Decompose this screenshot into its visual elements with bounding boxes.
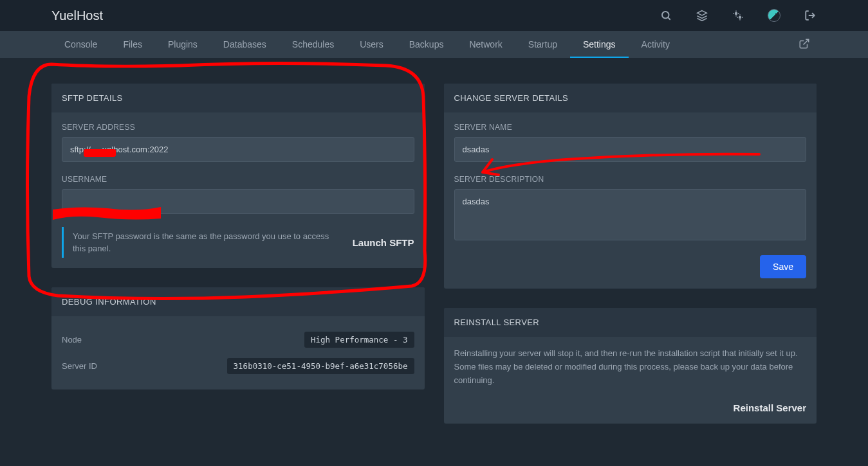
nav-startup[interactable]: Startup xyxy=(515,31,570,58)
sftp-details-card: SFTP DETAILS SERVER ADDRESS USERNAME You… xyxy=(51,84,425,268)
launch-sftp-button[interactable]: Launch SFTP xyxy=(353,237,414,248)
server-desc-label: SERVER DESCRIPTION xyxy=(454,175,807,184)
server-address-input[interactable] xyxy=(62,137,414,162)
nav-files[interactable]: Files xyxy=(110,31,155,58)
username-input[interactable] xyxy=(62,189,414,214)
server-id-value[interactable]: 316b0310-ce51-4950-b9ef-a6e31c7056be xyxy=(227,358,414,374)
node-label: Node xyxy=(62,335,82,345)
top-bar: YuelHost xyxy=(0,0,868,31)
reinstall-card: REINSTALL SERVER Reinstalling your serve… xyxy=(444,308,817,424)
reinstall-button[interactable]: Reinstall Server xyxy=(734,402,806,413)
server-desc-textarea[interactable] xyxy=(454,189,807,240)
reinstall-description: Reinstalling your server will stop it, a… xyxy=(454,347,807,387)
card-header: SFTP DETAILS xyxy=(51,84,425,112)
nav-settings[interactable]: Settings xyxy=(570,31,629,58)
nav-plugins[interactable]: Plugins xyxy=(155,31,210,58)
logout-icon[interactable] xyxy=(804,9,817,22)
card-header: REINSTALL SERVER xyxy=(444,308,817,337)
card-header: CHANGE SERVER DETAILS xyxy=(444,84,817,112)
server-address-label: SERVER ADDRESS xyxy=(62,123,414,132)
nav-users[interactable]: Users xyxy=(347,31,396,58)
server-name-label: SERVER NAME xyxy=(454,123,807,132)
username-label: USERNAME xyxy=(62,175,414,184)
layers-icon[interactable] xyxy=(696,9,708,22)
info-accent-bar xyxy=(62,227,64,258)
nav-console[interactable]: Console xyxy=(51,31,110,58)
external-link-icon[interactable] xyxy=(792,38,817,51)
nav-databases[interactable]: Databases xyxy=(210,31,279,58)
change-details-card: CHANGE SERVER DETAILS SERVER NAME SERVER… xyxy=(444,84,817,289)
avatar[interactable] xyxy=(768,9,780,22)
svg-line-1 xyxy=(668,17,670,19)
sftp-note: Your SFTP password is the same as the pa… xyxy=(73,230,344,255)
svg-point-0 xyxy=(662,12,669,19)
server-name-input[interactable] xyxy=(454,137,807,162)
svg-point-3 xyxy=(739,16,742,19)
nav-schedules[interactable]: Schedules xyxy=(279,31,347,58)
card-header: DEBUG INFORMATION xyxy=(51,287,425,316)
nav-bar: Console Files Plugins Databases Schedule… xyxy=(0,31,868,58)
brand-logo[interactable]: YuelHost xyxy=(51,8,103,23)
nav-network[interactable]: Network xyxy=(456,31,515,58)
svg-point-2 xyxy=(735,12,738,15)
nav-activity[interactable]: Activity xyxy=(629,31,683,58)
nav-backups[interactable]: Backups xyxy=(396,31,457,58)
search-icon[interactable] xyxy=(660,9,672,22)
node-value[interactable]: High Performance - 3 xyxy=(304,332,414,348)
server-id-label: Server ID xyxy=(62,361,97,371)
save-button[interactable]: Save xyxy=(760,255,806,278)
settings-icon[interactable] xyxy=(732,9,744,22)
debug-info-card: DEBUG INFORMATION Node High Performance … xyxy=(51,287,425,390)
